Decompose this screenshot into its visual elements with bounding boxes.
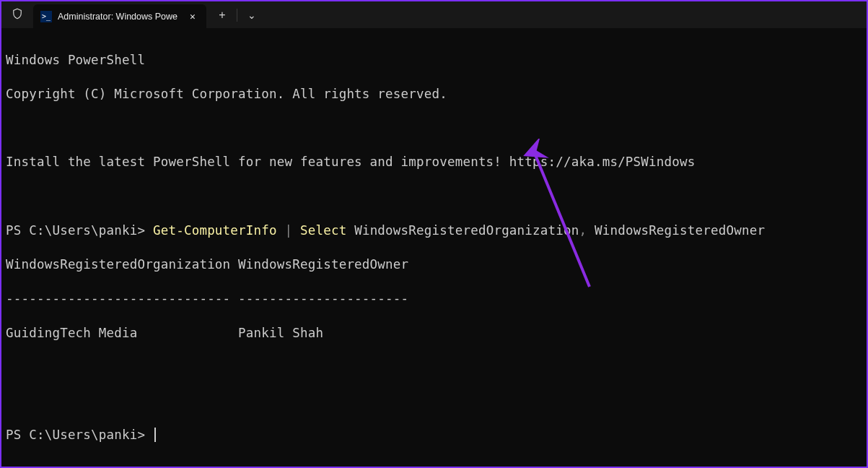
prompt: PS C:\Users\panki>: [6, 223, 153, 238]
divider: [237, 9, 237, 22]
tab-title: Administrator: Windows Powe: [58, 12, 180, 22]
title-bar: >_ Administrator: Windows Powe ✕ + ⌄: [1, 1, 867, 29]
active-tab[interactable]: >_ Administrator: Windows Powe ✕: [33, 4, 206, 28]
output-header-sep: ----------------------------- ----------…: [6, 290, 862, 308]
cmdlet-get-computerinfo: Get-ComputerInfo: [153, 223, 277, 238]
blank-line: [6, 120, 862, 137]
install-hint-line: Install the latest PowerShell for new fe…: [6, 154, 862, 171]
window-icon-area: [1, 1, 33, 28]
cursor: [154, 428, 156, 442]
comma: ,: [579, 223, 595, 238]
blank-line: [6, 359, 862, 376]
blank-line: [6, 393, 862, 410]
output-header: WindowsRegisteredOrganization WindowsReg…: [6, 256, 862, 274]
powershell-icon: >_: [40, 11, 52, 22]
command-line: PS C:\Users\panki> Get-ComputerInfo | Se…: [6, 222, 862, 240]
banner-line: Windows PowerShell: [6, 52, 862, 69]
new-tab-button[interactable]: +: [209, 4, 235, 27]
select-arg-1: WindowsRegisteredOrganization: [354, 223, 579, 238]
output-row: GuidingTech Media Pankil Shah: [6, 325, 862, 342]
tab-actions: + ⌄: [206, 1, 265, 28]
cmdlet-select: Select: [300, 223, 346, 238]
tab-dropdown-button[interactable]: ⌄: [239, 4, 265, 27]
blank-line: [6, 188, 862, 206]
prompt: PS C:\Users\panki>: [6, 428, 153, 442]
copyright-line: Copyright (C) Microsoft Corporation. All…: [6, 86, 862, 103]
shield-icon: [11, 7, 24, 23]
tab-close-button[interactable]: ✕: [186, 10, 199, 23]
space: [346, 223, 354, 238]
select-arg-2: WindowsRegisteredOwner: [595, 223, 765, 238]
terminal-output[interactable]: Windows PowerShell Copyright (C) Microso…: [1, 29, 867, 467]
prompt-line: PS C:\Users\panki>: [6, 427, 862, 444]
pipe-operator: |: [277, 223, 300, 238]
